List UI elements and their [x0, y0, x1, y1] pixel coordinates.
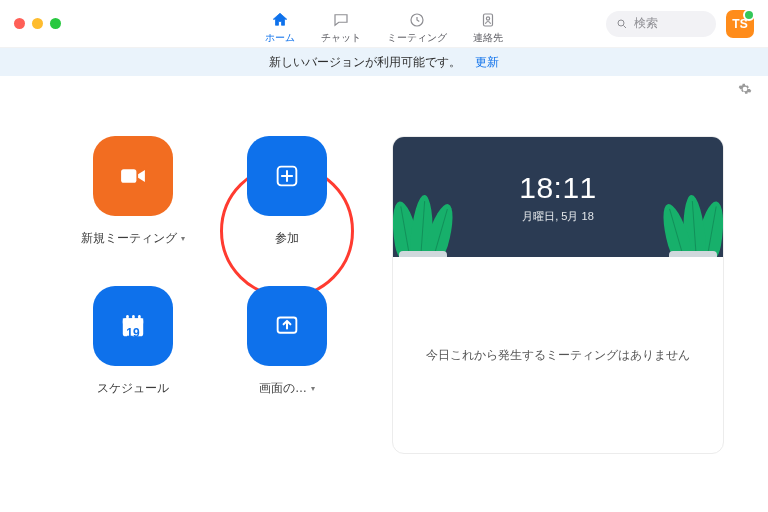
svg-rect-8	[126, 315, 129, 321]
join-button[interactable]	[247, 136, 327, 216]
clock-icon	[408, 11, 426, 29]
settings-button[interactable]	[738, 82, 752, 96]
minimize-window-button[interactable]	[32, 18, 43, 29]
tab-home[interactable]: ホーム	[265, 11, 295, 45]
action-new-meeting: 新規ミーティング ▾	[68, 136, 198, 276]
calendar-day: 19	[126, 326, 139, 340]
new-meeting-button[interactable]	[93, 136, 173, 216]
schedule-label: スケジュール	[97, 380, 169, 397]
titlebar: ホーム チャット ミーティング 連絡先	[0, 0, 768, 48]
nav-tabs: ホーム チャット ミーティング 連絡先	[265, 3, 503, 45]
share-up-icon	[270, 309, 304, 343]
close-window-button[interactable]	[14, 18, 25, 29]
svg-rect-10	[138, 315, 141, 321]
svg-point-3	[618, 20, 624, 26]
app-window: ホーム チャット ミーティング 連絡先	[0, 0, 768, 512]
share-label: 画面の…	[259, 380, 307, 397]
chevron-down-icon[interactable]: ▾	[181, 234, 185, 243]
action-share: 画面の… ▾	[222, 286, 352, 426]
update-banner-message: 新しいバージョンが利用可能です。	[269, 54, 461, 71]
main-area: 新規ミーティング ▾ 参加 19 スケジュール	[0, 76, 768, 454]
chevron-down-icon[interactable]: ▾	[311, 384, 315, 393]
no-meetings-text: 今日これから発生するミーティングはありません	[426, 347, 690, 364]
action-grid: 新規ミーティング ▾ 参加 19 スケジュール	[68, 136, 368, 454]
window-controls	[14, 18, 61, 29]
plus-icon	[270, 159, 304, 193]
current-date: 月曜日, 5月 18	[522, 209, 594, 224]
update-link[interactable]: 更新	[475, 54, 499, 71]
maximize-window-button[interactable]	[50, 18, 61, 29]
tab-chat-label: チャット	[321, 31, 361, 45]
video-icon	[116, 159, 150, 193]
plant-decoration-left	[393, 149, 461, 257]
chat-icon	[332, 11, 350, 29]
tab-chat[interactable]: チャット	[321, 11, 361, 45]
tab-contacts-label: 連絡先	[473, 31, 503, 45]
tab-meetings[interactable]: ミーティング	[387, 11, 447, 45]
avatar-initials: TS	[732, 17, 747, 31]
clock-panel: 18:11 月曜日, 5月 18	[393, 137, 723, 257]
contacts-icon	[479, 11, 497, 29]
svg-rect-9	[132, 315, 135, 321]
schedule-button[interactable]: 19	[93, 286, 173, 366]
tab-contacts[interactable]: 連絡先	[473, 11, 503, 45]
home-icon	[271, 11, 289, 29]
join-label: 参加	[275, 230, 299, 247]
search-placeholder: 検索	[634, 15, 658, 32]
update-banner: 新しいバージョンが利用可能です。 更新	[0, 48, 768, 76]
search-input[interactable]: 検索	[606, 11, 716, 37]
tab-home-label: ホーム	[265, 31, 295, 45]
gear-icon	[738, 82, 752, 96]
plant-decoration-right	[655, 149, 723, 257]
upcoming-list: 今日これから発生するミーティングはありません	[393, 257, 723, 453]
search-icon	[616, 18, 628, 30]
upcoming-panel: 18:11 月曜日, 5月 18 今日これから発生するミーティングはありません	[392, 136, 724, 454]
new-meeting-label: 新規ミーティング	[81, 230, 177, 247]
action-join: 参加	[222, 136, 352, 276]
tab-meetings-label: ミーティング	[387, 31, 447, 45]
svg-point-2	[486, 16, 489, 19]
avatar[interactable]: TS	[726, 10, 754, 38]
action-schedule: 19 スケジュール	[68, 286, 198, 426]
svg-rect-4	[121, 169, 136, 183]
share-screen-button[interactable]	[247, 286, 327, 366]
current-time: 18:11	[519, 171, 597, 205]
